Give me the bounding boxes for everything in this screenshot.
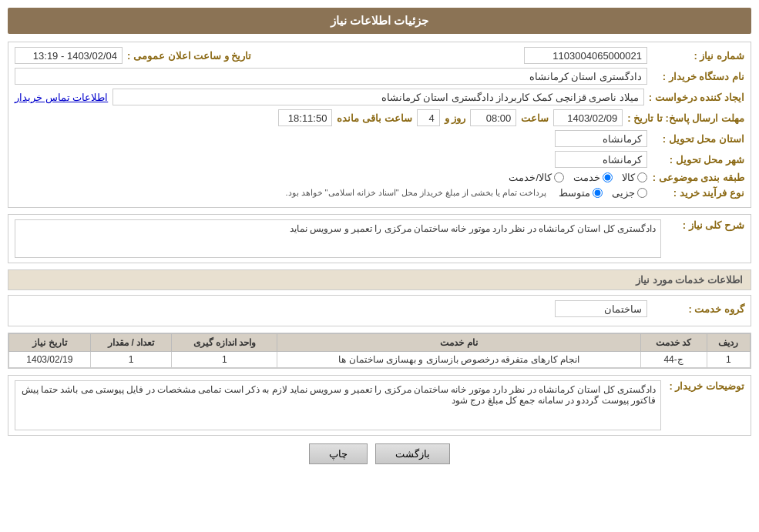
need-desc-section: شرح کلی نیاز : دادگستری کل استان کرمانشا…: [8, 214, 751, 263]
row-category: طبقه بندی موضوعی : کالا خدمت کالا/خدمت: [15, 172, 744, 183]
page-wrapper: جزئیات اطلاعات نیاز شماره نیاز : 1103004…: [0, 0, 759, 532]
category-radio-group: کالا خدمت کالا/خدمت: [509, 172, 647, 183]
row-buyer-org: نام دستگاه خریدار : دادگستری استان کرمان…: [15, 68, 744, 85]
row-need-number: شماره نیاز : 1103004065000021 تاریخ و سا…: [15, 47, 744, 64]
print-button[interactable]: چاپ: [309, 443, 368, 464]
radio-khedmat[interactable]: [603, 172, 613, 182]
row-purchase-type: نوع فرآیند خرید : جزیی متوسط پرداخت تمام…: [15, 187, 744, 199]
contact-link[interactable]: اطلاعات تماس خریدار: [15, 92, 108, 103]
col-date: تاریخ نیاز: [9, 334, 91, 352]
buyer-org-label: نام دستگاه خریدار :: [652, 71, 744, 82]
purchase-type-radio-group: جزیی متوسط: [559, 187, 647, 199]
row-reply-deadline: مهلت ارسال پاسخ: تا تاریخ : 1403/02/09 س…: [15, 109, 744, 126]
radio-jozi[interactable]: [637, 188, 647, 198]
radio-kala[interactable]: [637, 172, 647, 182]
top-info-section: شماره نیاز : 1103004065000021 تاریخ و سا…: [8, 42, 751, 208]
reply-deadline-label: مهلت ارسال پاسخ: تا تاریخ :: [627, 112, 744, 124]
need-number-label: شماره نیاز :: [652, 50, 744, 62]
services-table-section: ردیف کد خدمت نام خدمت واحد اندازه گیری ت…: [8, 333, 751, 369]
category-option-kala-khedmat: کالا/خدمت: [509, 172, 564, 183]
city-value: کرمانشاه: [555, 151, 647, 168]
page-header: جزئیات اطلاعات نیاز: [8, 8, 751, 34]
remaining-time: 18:11:50: [278, 109, 332, 126]
city-label: شهر محل تحویل :: [652, 154, 744, 166]
col-service-code: کد خدمت: [640, 334, 707, 352]
service-group-section: گروه خدمت : ساختمان: [8, 295, 751, 326]
purchase-note: پرداخت تمام یا بخشی از مبلغ خریداز محل "…: [285, 188, 546, 198]
services-table: ردیف کد خدمت نام خدمت واحد اندازه گیری ت…: [8, 333, 751, 368]
button-row: بازگشت چاپ: [8, 443, 751, 464]
col-quantity: تعداد / مقدار: [90, 334, 172, 352]
services-header: اطلاعات خدمات مورد نیاز: [8, 269, 751, 290]
row-province: استان محل تحویل : کرمانشاه: [15, 130, 744, 147]
cell-row-num: 1: [707, 352, 750, 368]
announce-date-value: 1403/02/04 - 13:19: [15, 47, 123, 64]
announce-date-label: تاریخ و ساعت اعلان عمومی :: [127, 50, 251, 62]
need-desc-value: دادگستری کل استان کرمانشاه در نظر دارد م…: [15, 219, 661, 258]
buyer-org-value: دادگستری استان کرمانشاه: [15, 68, 647, 85]
province-value: کرمانشاه: [555, 130, 647, 147]
buyer-desc-label: توضیحات خریدار :: [667, 380, 744, 392]
remaining-label: ساعت باقی مانده: [337, 112, 411, 124]
category-option-kala: کالا: [622, 172, 647, 183]
buyer-desc-value: دادگستری کل استان کرمانشاه در نظر دارد م…: [15, 380, 661, 430]
radio-motavasset[interactable]: [593, 188, 603, 198]
radio-kala-khedmat[interactable]: [554, 172, 564, 182]
category-label: طبقه بندی موضوعی :: [652, 172, 744, 183]
col-service-name: نام خدمت: [277, 334, 640, 352]
page-title: جزئیات اطلاعات نیاز: [331, 14, 428, 27]
purchase-option-jozi: جزیی: [612, 187, 647, 199]
table-header-row: ردیف کد خدمت نام خدمت واحد اندازه گیری ت…: [9, 334, 751, 352]
service-group-value: ساختمان: [555, 300, 647, 317]
reply-time: 08:00: [470, 109, 516, 126]
row-service-group: گروه خدمت : ساختمان: [15, 300, 744, 317]
cell-service-name: انجام کارهای متفرقه درخصوص بازسازی و بهس…: [277, 352, 640, 368]
reply-time-label: ساعت: [521, 112, 549, 124]
col-unit: واحد اندازه گیری: [172, 334, 277, 352]
row-creator: ایجاد کننده درخواست : میلاد ناصری قزانچی…: [15, 89, 744, 105]
creator-label: ایجاد کننده درخواست :: [649, 92, 744, 103]
need-desc-label: شرح کلی نیاز :: [667, 219, 744, 231]
cell-date: 1403/02/19: [9, 352, 91, 368]
category-option-khedmat: خدمت: [573, 172, 613, 183]
reply-date: 1403/02/09: [553, 109, 623, 126]
province-label: استان محل تحویل :: [652, 133, 744, 145]
service-group-label: گروه خدمت :: [652, 303, 744, 315]
creator-value: میلاد ناصری قزانچی کمک کاربرداز دادگستری…: [113, 89, 644, 105]
need-number-value: 1103004065000021: [524, 47, 647, 64]
cell-service-code: ج-44: [640, 352, 707, 368]
buyer-desc-section: توضیحات خریدار : دادگستری کل استان کرمان…: [8, 375, 751, 436]
table-row: 1 ج-44 انجام کارهای متفرقه درخصوص بازساز…: [9, 352, 751, 368]
purchase-type-label: نوع فرآیند خرید :: [652, 187, 744, 199]
col-row-num: ردیف: [707, 334, 750, 352]
cell-quantity: 1: [90, 352, 172, 368]
back-button[interactable]: بازگشت: [375, 443, 450, 464]
reply-days-label: روز و: [445, 112, 466, 124]
row-city: شهر محل تحویل : کرمانشاه: [15, 151, 744, 168]
cell-unit: 1: [172, 352, 277, 368]
purchase-option-motavasset: متوسط: [559, 187, 603, 199]
reply-days: 4: [417, 109, 440, 126]
